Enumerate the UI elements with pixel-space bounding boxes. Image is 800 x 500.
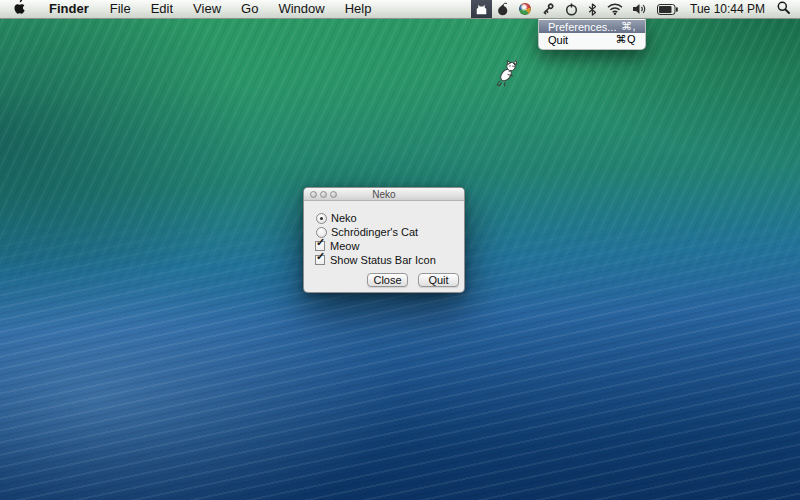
menubar-item-edit[interactable]: Edit (141, 0, 183, 18)
minimize-window-button[interactable] (320, 191, 327, 198)
apple-menu[interactable] (0, 0, 38, 18)
radio-option-schrodingers-cat-label: Schrödinger's Cat (331, 226, 418, 238)
window-title-bar[interactable]: Neko (304, 188, 464, 201)
checkbox-checked-icon[interactable]: ✓ (315, 255, 325, 265)
menubar-item-window[interactable]: Window (268, 0, 334, 18)
power-ring-icon[interactable] (560, 0, 583, 18)
radio-option-schrodingers-cat[interactable]: Schrödinger's Cat (316, 226, 418, 238)
checkbox-option-show-status-bar-icon-label: Show Status Bar Icon (330, 254, 436, 266)
zoom-window-button[interactable] (330, 191, 337, 198)
radio-option-neko-label: Neko (331, 212, 357, 224)
color-wheel-icon[interactable] (514, 0, 536, 18)
traffic-lights (310, 191, 337, 198)
apple-icon (13, 0, 26, 18)
check-mark-glyph: ✓ (316, 250, 325, 263)
bluetooth-icon[interactable] (583, 0, 602, 18)
menu-item-preferences[interactable]: Preferences... ⌘, (539, 20, 645, 33)
menubar-item-view[interactable]: View (183, 0, 231, 18)
quit-button[interactable]: Quit (418, 273, 459, 287)
menu-item-quit[interactable]: Quit ⌘Q (539, 33, 645, 46)
neko-window: Neko Neko Schrödinger's Cat ✓ Meow ✓ Sho… (303, 187, 465, 293)
menubar-item-finder[interactable]: Finder (38, 0, 100, 18)
menu-item-quit-shortcut: ⌘Q (615, 33, 636, 46)
check-mark-glyph: ✓ (316, 236, 325, 249)
menubar-item-go[interactable]: Go (231, 0, 268, 18)
key-icon[interactable] (536, 0, 560, 18)
spotlight-button[interactable] (773, 0, 800, 18)
wifi-icon[interactable] (602, 0, 628, 18)
bomb-icon[interactable] (492, 0, 514, 18)
menu-item-quit-label: Quit (548, 34, 568, 46)
neko-status-menu: Preferences... ⌘, Quit ⌘Q (538, 19, 646, 50)
spotlight-search-icon (777, 1, 790, 17)
checkbox-option-meow-label: Meow (330, 240, 359, 252)
menu-bar: Finder File Edit View Go Window Help (0, 0, 800, 19)
menubar-clock[interactable]: Tue 10:44 PM (683, 0, 773, 18)
neko-cat-sprite (496, 60, 519, 91)
close-window-button[interactable] (310, 191, 317, 198)
menubar-item-file[interactable]: File (100, 0, 141, 18)
desktop-wallpaper: Finder File Edit View Go Window Help (0, 0, 800, 500)
window-title: Neko (372, 189, 395, 200)
radio-option-neko[interactable]: Neko (316, 212, 357, 224)
volume-icon[interactable] (628, 0, 652, 18)
radio-selected-icon[interactable] (316, 213, 327, 224)
menu-bar-status-area: Tue 10:44 PM (471, 0, 800, 18)
close-button[interactable]: Close (367, 273, 408, 287)
menu-item-preferences-shortcut: ⌘, (621, 20, 636, 33)
menu-bar-left: Finder File Edit View Go Window Help (0, 0, 381, 18)
menubar-item-help[interactable]: Help (335, 0, 382, 18)
battery-icon[interactable] (652, 0, 683, 18)
checkbox-option-show-status-bar-icon[interactable]: ✓ Show Status Bar Icon (315, 254, 436, 266)
neko-status-bar-icon[interactable] (471, 0, 492, 18)
menu-item-preferences-label: Preferences... (548, 21, 616, 33)
